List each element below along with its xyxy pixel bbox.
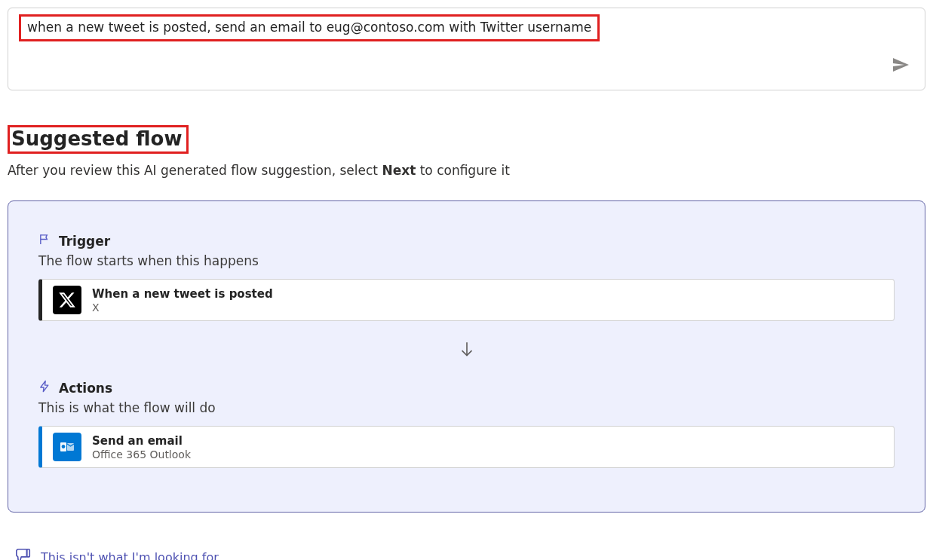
trigger-step-connector: X	[92, 301, 273, 314]
action-step-title: Send an email	[92, 434, 191, 448]
trigger-description: The flow starts when this happens	[38, 253, 895, 268]
thumbs-down-icon[interactable]	[15, 547, 32, 560]
prompt-input-highlight: when a new tweet is posted, send an emai…	[19, 14, 600, 41]
action-step-card[interactable]: Send an email Office 365 Outlook	[38, 426, 895, 468]
trigger-step-card[interactable]: When a new tweet is posted X	[38, 279, 895, 321]
subtext-before: After you review this AI generated flow …	[8, 163, 382, 178]
subtext-bold: Next	[382, 163, 416, 178]
actions-description: This is what the flow will do	[38, 400, 895, 415]
feedback-row: This isn't what I'm looking for	[8, 547, 925, 560]
x-twitter-icon	[53, 286, 81, 314]
trigger-label-row: Trigger	[38, 233, 895, 249]
trigger-step-title: When a new tweet is posted	[92, 287, 273, 301]
action-step-connector: Office 365 Outlook	[92, 448, 191, 461]
send-icon	[892, 65, 910, 76]
suggested-flow-subtext: After you review this AI generated flow …	[8, 163, 925, 178]
trigger-label: Trigger	[59, 234, 110, 249]
outlook-icon	[53, 433, 81, 461]
flow-card: Trigger The flow starts when this happen…	[8, 200, 925, 513]
trigger-step-text: When a new tweet is posted X	[92, 287, 273, 314]
flag-icon	[38, 233, 51, 249]
flow-arrow	[38, 339, 895, 362]
action-step-text: Send an email Office 365 Outlook	[92, 434, 191, 461]
send-button[interactable]	[888, 53, 913, 79]
prompt-input-text[interactable]: when a new tweet is posted, send an emai…	[27, 20, 591, 35]
bolt-icon	[38, 380, 51, 396]
actions-label: Actions	[59, 381, 112, 396]
feedback-link[interactable]: This isn't what I'm looking for	[41, 550, 219, 561]
subtext-after: to configure it	[416, 163, 510, 178]
svg-rect-2	[27, 549, 30, 557]
actions-label-row: Actions	[38, 380, 895, 396]
suggested-flow-heading: Suggested flow	[8, 125, 189, 154]
prompt-input-container[interactable]: when a new tweet is posted, send an emai…	[8, 8, 925, 90]
